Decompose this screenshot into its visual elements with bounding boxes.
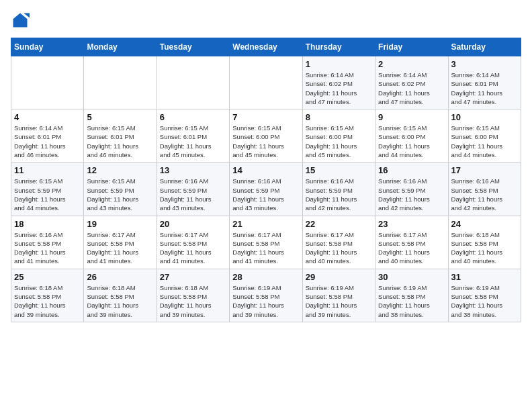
weekday-header-friday: Friday [375,38,448,56]
day-info: Sunrise: 6:16 AM Sunset: 5:59 PM Dayligh… [306,177,372,212]
day-info: Sunrise: 6:15 AM Sunset: 6:00 PM Dayligh… [306,124,372,159]
logo-icon [11,11,30,30]
calendar-week-2: 4Sunrise: 6:14 AM Sunset: 6:01 PM Daylig… [11,109,521,163]
calendar-cell: 18Sunrise: 6:16 AM Sunset: 5:58 PM Dayli… [11,216,84,269]
day-number: 8 [306,112,372,122]
calendar-cell: 20Sunrise: 6:17 AM Sunset: 5:58 PM Dayli… [157,216,229,269]
day-info: Sunrise: 6:16 AM Sunset: 5:58 PM Dayligh… [451,177,518,212]
calendar-cell: 13Sunrise: 6:16 AM Sunset: 5:59 PM Dayli… [157,163,229,216]
calendar-cell: 14Sunrise: 6:16 AM Sunset: 5:59 PM Dayli… [230,163,302,216]
calendar-cell: 27Sunrise: 6:18 AM Sunset: 5:58 PM Dayli… [157,269,229,322]
day-info: Sunrise: 6:19 AM Sunset: 5:58 PM Dayligh… [306,283,372,319]
calendar-cell: 11Sunrise: 6:15 AM Sunset: 5:59 PM Dayli… [11,163,84,216]
day-info: Sunrise: 6:16 AM Sunset: 5:59 PM Dayligh… [378,177,445,212]
calendar-cell: 23Sunrise: 6:17 AM Sunset: 5:58 PM Dayli… [375,216,448,269]
calendar-cell: 21Sunrise: 6:17 AM Sunset: 5:58 PM Dayli… [230,216,302,269]
day-number: 14 [232,165,299,175]
weekday-header-tuesday: Tuesday [157,38,229,56]
day-number: 31 [451,272,518,282]
calendar-cell: 17Sunrise: 6:16 AM Sunset: 5:58 PM Dayli… [448,163,521,216]
day-number: 27 [160,272,226,282]
day-info: Sunrise: 6:15 AM Sunset: 6:00 PM Dayligh… [232,124,299,159]
day-info: Sunrise: 6:19 AM Sunset: 5:58 PM Dayligh… [451,283,518,319]
calendar-cell: 2Sunrise: 6:14 AM Sunset: 6:02 PM Daylig… [375,56,448,109]
day-number: 5 [87,112,153,122]
day-info: Sunrise: 6:15 AM Sunset: 6:00 PM Dayligh… [451,124,518,159]
calendar-cell [230,56,302,109]
day-number: 13 [160,165,226,175]
calendar-cell: 7Sunrise: 6:15 AM Sunset: 6:00 PM Daylig… [230,109,302,163]
day-number: 26 [87,272,153,282]
calendar-cell [157,56,229,109]
calendar-week-5: 25Sunrise: 6:18 AM Sunset: 5:58 PM Dayli… [11,269,521,322]
calendar-cell: 28Sunrise: 6:19 AM Sunset: 5:58 PM Dayli… [230,269,302,322]
day-info: Sunrise: 6:19 AM Sunset: 5:58 PM Dayligh… [378,283,445,319]
calendar-cell: 31Sunrise: 6:19 AM Sunset: 5:58 PM Dayli… [448,269,521,322]
day-info: Sunrise: 6:18 AM Sunset: 5:58 PM Dayligh… [14,283,81,319]
calendar-table: SundayMondayTuesdayWednesdayThursdayFrid… [11,38,521,322]
calendar-cell: 5Sunrise: 6:15 AM Sunset: 6:01 PM Daylig… [84,109,157,163]
calendar-week-3: 11Sunrise: 6:15 AM Sunset: 5:59 PM Dayli… [11,163,521,216]
day-info: Sunrise: 6:18 AM Sunset: 5:58 PM Dayligh… [87,283,153,319]
day-info: Sunrise: 6:16 AM Sunset: 5:59 PM Dayligh… [232,177,299,212]
day-info: Sunrise: 6:18 AM Sunset: 5:58 PM Dayligh… [451,230,518,266]
day-number: 22 [306,219,372,229]
day-number: 20 [160,219,226,229]
day-number: 21 [232,219,299,229]
calendar-cell: 1Sunrise: 6:14 AM Sunset: 6:02 PM Daylig… [302,56,375,109]
weekday-header-row: SundayMondayTuesdayWednesdayThursdayFrid… [11,38,521,56]
day-number: 6 [160,112,226,122]
day-info: Sunrise: 6:18 AM Sunset: 5:58 PM Dayligh… [160,283,226,319]
day-number: 3 [451,59,518,69]
calendar-cell: 16Sunrise: 6:16 AM Sunset: 5:59 PM Dayli… [375,163,448,216]
weekday-header-thursday: Thursday [302,38,375,56]
calendar-cell: 24Sunrise: 6:18 AM Sunset: 5:58 PM Dayli… [448,216,521,269]
day-info: Sunrise: 6:17 AM Sunset: 5:58 PM Dayligh… [232,230,299,266]
calendar-cell: 25Sunrise: 6:18 AM Sunset: 5:58 PM Dayli… [11,269,84,322]
calendar-cell: 10Sunrise: 6:15 AM Sunset: 6:00 PM Dayli… [448,109,521,163]
calendar-cell: 22Sunrise: 6:17 AM Sunset: 5:58 PM Dayli… [302,216,375,269]
calendar-week-1: 1Sunrise: 6:14 AM Sunset: 6:02 PM Daylig… [11,56,521,109]
weekday-header-monday: Monday [84,38,157,56]
day-info: Sunrise: 6:17 AM Sunset: 5:58 PM Dayligh… [87,230,153,266]
day-info: Sunrise: 6:14 AM Sunset: 6:02 PM Dayligh… [306,71,372,106]
day-info: Sunrise: 6:19 AM Sunset: 5:58 PM Dayligh… [232,283,299,319]
calendar-cell: 29Sunrise: 6:19 AM Sunset: 5:58 PM Dayli… [302,269,375,322]
calendar-cell: 8Sunrise: 6:15 AM Sunset: 6:00 PM Daylig… [302,109,375,163]
day-number: 1 [306,59,372,69]
day-info: Sunrise: 6:14 AM Sunset: 6:01 PM Dayligh… [14,124,81,159]
calendar-cell: 26Sunrise: 6:18 AM Sunset: 5:58 PM Dayli… [84,269,157,322]
calendar-cell: 4Sunrise: 6:14 AM Sunset: 6:01 PM Daylig… [11,109,84,163]
day-number: 17 [451,165,518,175]
calendar-cell: 3Sunrise: 6:14 AM Sunset: 6:01 PM Daylig… [448,56,521,109]
calendar-cell: 19Sunrise: 6:17 AM Sunset: 5:58 PM Dayli… [84,216,157,269]
day-number: 24 [451,219,518,229]
day-number: 16 [378,165,445,175]
calendar-cell: 15Sunrise: 6:16 AM Sunset: 5:59 PM Dayli… [302,163,375,216]
day-number: 29 [306,272,372,282]
day-info: Sunrise: 6:17 AM Sunset: 5:58 PM Dayligh… [160,230,226,266]
day-number: 23 [378,219,445,229]
calendar-week-4: 18Sunrise: 6:16 AM Sunset: 5:58 PM Dayli… [11,216,521,269]
day-info: Sunrise: 6:16 AM Sunset: 5:59 PM Dayligh… [160,177,226,212]
day-number: 19 [87,219,153,229]
day-number: 15 [306,165,372,175]
calendar-body: 1Sunrise: 6:14 AM Sunset: 6:02 PM Daylig… [11,56,521,322]
calendar-cell [11,56,84,109]
day-info: Sunrise: 6:15 AM Sunset: 5:59 PM Dayligh… [14,177,81,212]
weekday-header-saturday: Saturday [448,38,521,56]
day-number: 12 [87,165,153,175]
day-info: Sunrise: 6:17 AM Sunset: 5:58 PM Dayligh… [306,230,372,266]
weekday-header-wednesday: Wednesday [230,38,302,56]
day-info: Sunrise: 6:15 AM Sunset: 6:00 PM Dayligh… [378,124,445,159]
day-number: 10 [451,112,518,122]
day-info: Sunrise: 6:15 AM Sunset: 5:59 PM Dayligh… [87,177,153,212]
calendar-cell: 30Sunrise: 6:19 AM Sunset: 5:58 PM Dayli… [375,269,448,322]
day-number: 30 [378,272,445,282]
calendar-cell: 6Sunrise: 6:15 AM Sunset: 6:01 PM Daylig… [157,109,229,163]
page-header [11,11,521,30]
day-info: Sunrise: 6:15 AM Sunset: 6:01 PM Dayligh… [160,124,226,159]
calendar-cell: 9Sunrise: 6:15 AM Sunset: 6:00 PM Daylig… [375,109,448,163]
day-info: Sunrise: 6:14 AM Sunset: 6:01 PM Dayligh… [451,71,518,106]
day-number: 2 [378,59,445,69]
